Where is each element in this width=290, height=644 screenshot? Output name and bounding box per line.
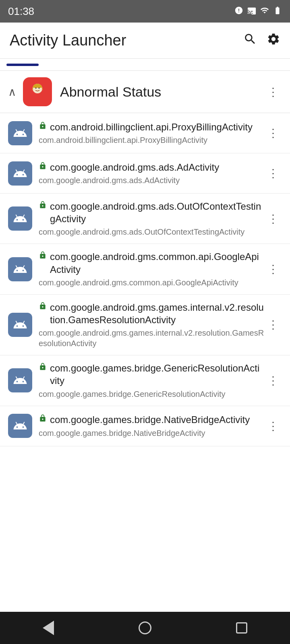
activity-item: com.google.android.gms.games.internal.v2…: [0, 295, 290, 355]
activity-package: com.google.android.gms.ads.AdActivity: [39, 175, 264, 186]
activity-name-row: com.google.android.gms.games.internal.v2…: [39, 301, 264, 326]
status-bar: 01:38: [0, 0, 290, 23]
activity-text-block: com.google.android.gms.games.internal.v2…: [39, 301, 264, 349]
top-partial-item: [0, 59, 290, 71]
nav-back-button[interactable]: [36, 620, 60, 636]
activity-package: com.google.games.bridge.GenericResolutio…: [39, 389, 264, 399]
lock-icon: [39, 201, 47, 211]
activity-name-row: com.android.billingclient.api.ProxyBilli…: [39, 121, 264, 133]
app-bar: Activity Launcher: [0, 23, 290, 59]
back-icon: [43, 621, 54, 635]
activity-item: com.google.games.bridge.GenericResolutio…: [0, 355, 290, 406]
activity-name-row: com.google.android.gms.ads.OutOfContextT…: [39, 200, 264, 225]
activity-more-icon[interactable]: ⋮: [264, 315, 282, 334]
activity-app-icon: [8, 414, 32, 438]
activity-more-icon[interactable]: ⋮: [264, 416, 282, 436]
lock-icon: [39, 122, 47, 132]
app-section-name: Abnormal Status: [60, 84, 264, 100]
app-icon-abnormal-status: [23, 77, 52, 106]
collapse-icon[interactable]: ∧: [8, 85, 17, 99]
wifi-icon: [260, 6, 269, 17]
activity-name-row: com.google.android.gms.common.api.Google…: [39, 250, 264, 275]
activity-name: com.android.billingclient.api.ProxyBilli…: [50, 121, 253, 133]
home-icon: [139, 621, 151, 634]
activity-more-icon[interactable]: ⋮: [264, 209, 282, 229]
content: ∧ Abnormal Status ⋮ com.android.billingc…: [0, 59, 290, 612]
activity-name: com.google.games.bridge.GenericResolutio…: [50, 362, 264, 387]
activity-app-icon: [8, 206, 32, 231]
status-time: 01:38: [8, 5, 34, 18]
activity-text-block: com.google.android.gms.ads.OutOfContextT…: [39, 200, 264, 237]
activity-text-block: com.google.android.gms.common.api.Google…: [39, 250, 264, 287]
activity-app-icon: [8, 257, 32, 281]
app-bar-actions: [243, 32, 280, 49]
activity-app-icon: [8, 121, 32, 145]
activity-text-block: com.android.billingclient.api.ProxyBilli…: [39, 121, 264, 145]
activity-item: com.android.billingclient.api.ProxyBilli…: [0, 113, 290, 153]
settings-icon[interactable]: [267, 32, 280, 49]
activity-name: com.google.android.gms.ads.AdActivity: [50, 161, 219, 173]
activity-text-block: com.google.android.gms.ads.AdActivitycom…: [39, 161, 264, 186]
activity-more-icon[interactable]: ⋮: [264, 259, 282, 279]
activity-app-icon: [8, 368, 32, 392]
activity-package: com.android.billingclient.api.ProxyBilli…: [39, 135, 264, 145]
notification-icon: [234, 6, 243, 17]
cast-icon: [247, 6, 256, 17]
lock-icon: [39, 251, 47, 262]
activity-item: com.google.android.gms.ads.AdActivitycom…: [0, 153, 290, 194]
activity-name-row: com.google.android.gms.ads.AdActivity: [39, 161, 264, 173]
activity-more-icon[interactable]: ⋮: [264, 371, 282, 390]
activity-package: com.google.android.gms.games.internal.v2…: [39, 328, 264, 349]
page-title: Activity Launcher: [10, 32, 126, 49]
battery-icon: [273, 6, 282, 17]
activity-app-icon: [8, 313, 32, 337]
recent-icon: [236, 622, 247, 634]
activity-text-block: com.google.games.bridge.GenericResolutio…: [39, 362, 264, 399]
activity-name: com.google.games.bridge.NativeBridgeActi…: [50, 413, 250, 426]
nav-bar: [0, 612, 290, 644]
activity-item: com.google.android.gms.common.api.Google…: [0, 244, 290, 294]
nav-home-button[interactable]: [133, 620, 157, 636]
lock-icon: [39, 363, 47, 373]
activity-item: com.google.android.gms.ads.OutOfContextT…: [0, 194, 290, 244]
activity-text-block: com.google.games.bridge.NativeBridgeActi…: [39, 413, 264, 438]
search-icon[interactable]: [243, 32, 257, 49]
activity-package: com.google.games.bridge.NativeBridgeActi…: [39, 428, 264, 438]
lock-icon: [39, 162, 47, 172]
activity-more-icon[interactable]: ⋮: [264, 123, 282, 143]
lock-icon: [39, 302, 47, 312]
activity-package: com.google.android.gms.common.api.Google…: [39, 277, 264, 288]
partial-bar: [6, 64, 39, 66]
activity-name-row: com.google.games.bridge.NativeBridgeActi…: [39, 413, 264, 426]
activity-name-row: com.google.games.bridge.GenericResolutio…: [39, 362, 264, 387]
activity-list: com.android.billingclient.api.ProxyBilli…: [0, 113, 290, 446]
app-section-header: ∧ Abnormal Status ⋮: [0, 71, 290, 113]
activity-item: com.google.games.bridge.NativeBridgeActi…: [0, 406, 290, 446]
status-icons: [234, 6, 282, 17]
app-section-more-icon[interactable]: ⋮: [264, 82, 282, 102]
activity-app-icon: [8, 161, 32, 186]
lock-icon: [39, 414, 47, 425]
nav-recent-button[interactable]: [230, 620, 254, 636]
activity-name: com.google.android.gms.ads.OutOfContextT…: [50, 200, 264, 225]
activity-more-icon[interactable]: ⋮: [264, 163, 282, 183]
activity-package: com.google.android.gms.ads.OutOfContextT…: [39, 227, 264, 237]
activity-name: com.google.android.gms.common.api.Google…: [50, 250, 264, 275]
activity-name: com.google.android.gms.games.internal.v2…: [50, 301, 264, 326]
